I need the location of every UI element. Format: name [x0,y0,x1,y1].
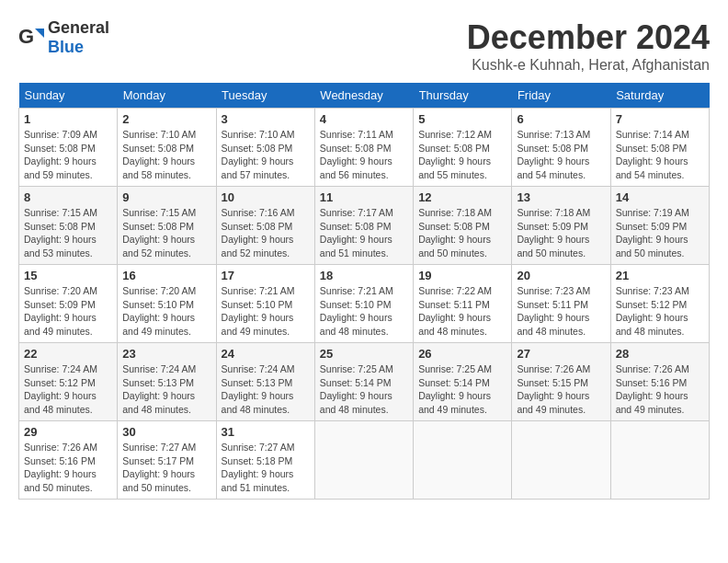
day-info: Sunrise: 7:21 AMSunset: 5:10 PMDaylight:… [320,284,408,339]
day-info: Sunrise: 7:26 AMSunset: 5:16 PMDaylight:… [24,441,112,495]
logo-general-text: General [48,18,109,37]
week-row-1: 1Sunrise: 7:09 AMSunset: 5:08 PMDaylight… [19,109,710,187]
day-number: 18 [320,269,408,282]
day-info: Sunrise: 7:27 AMSunset: 5:17 PMDaylight:… [122,441,210,495]
calendar-cell: 12Sunrise: 7:18 AMSunset: 5:08 PMDayligh… [414,187,512,265]
calendar-cell: 8Sunrise: 7:15 AMSunset: 5:08 PMDaylight… [19,187,118,265]
day-info: Sunrise: 7:25 AMSunset: 5:14 PMDaylight:… [418,362,506,417]
day-header-monday: Monday [118,83,216,109]
day-info: Sunrise: 7:09 AMSunset: 5:08 PMDaylight:… [24,128,112,182]
calendar-cell: 26Sunrise: 7:25 AMSunset: 5:14 PMDayligh… [414,343,512,421]
day-info: Sunrise: 7:18 AMSunset: 5:08 PMDaylight:… [418,206,506,260]
day-number: 8 [24,190,112,204]
calendar-cell: 30Sunrise: 7:27 AMSunset: 5:17 PMDayligh… [118,421,216,500]
day-number: 15 [24,269,112,282]
day-number: 17 [222,269,310,282]
calendar-cell: 16Sunrise: 7:20 AMSunset: 5:10 PMDayligh… [118,265,216,343]
calendar-cell: 1Sunrise: 7:09 AMSunset: 5:08 PMDaylight… [19,109,118,187]
day-info: Sunrise: 7:15 AMSunset: 5:08 PMDaylight:… [24,206,112,260]
logo: G General Blue [18,18,109,57]
day-header-wednesday: Wednesday [314,83,413,109]
day-number: 1 [24,112,112,126]
day-number: 22 [24,347,112,361]
day-number: 20 [517,269,605,282]
day-info: Sunrise: 7:13 AMSunset: 5:08 PMDaylight:… [517,128,605,182]
calendar-cell: 21Sunrise: 7:23 AMSunset: 5:12 PMDayligh… [610,265,709,343]
week-row-3: 15Sunrise: 7:20 AMSunset: 5:09 PMDayligh… [19,265,710,343]
title-section: December 2024 Kushk-e Kuhnah, Herat, Afg… [467,18,710,74]
calendar-cell: 13Sunrise: 7:18 AMSunset: 5:09 PMDayligh… [512,187,610,265]
svg-marker-1 [35,29,44,38]
calendar-cell: 14Sunrise: 7:19 AMSunset: 5:09 PMDayligh… [610,187,709,265]
svg-text:G: G [18,25,34,48]
day-number: 10 [222,190,310,204]
day-info: Sunrise: 7:26 AMSunset: 5:16 PMDaylight:… [616,362,704,417]
day-info: Sunrise: 7:24 AMSunset: 5:12 PMDaylight:… [24,362,112,417]
day-info: Sunrise: 7:12 AMSunset: 5:08 PMDaylight:… [418,128,506,182]
header: G General Blue December 2024 Kushk-e Kuh… [18,18,710,74]
day-number: 27 [517,347,605,361]
calendar-cell: 15Sunrise: 7:20 AMSunset: 5:09 PMDayligh… [19,265,118,343]
day-number: 31 [222,425,310,439]
logo-icon: G [18,25,44,51]
day-header-saturday: Saturday [610,83,709,109]
day-info: Sunrise: 7:10 AMSunset: 5:08 PMDaylight:… [222,128,310,182]
calendar-cell: 5Sunrise: 7:12 AMSunset: 5:08 PMDaylight… [414,109,512,187]
calendar-cell [314,421,413,500]
day-header-friday: Friday [512,83,610,109]
day-info: Sunrise: 7:15 AMSunset: 5:08 PMDaylight:… [122,206,210,260]
week-row-4: 22Sunrise: 7:24 AMSunset: 5:12 PMDayligh… [19,343,710,421]
day-info: Sunrise: 7:17 AMSunset: 5:08 PMDaylight:… [320,206,408,260]
calendar-cell: 25Sunrise: 7:25 AMSunset: 5:14 PMDayligh… [314,343,413,421]
day-info: Sunrise: 7:21 AMSunset: 5:10 PMDaylight:… [222,284,310,339]
day-header-sunday: Sunday [19,83,118,109]
day-number: 4 [320,112,408,126]
day-info: Sunrise: 7:18 AMSunset: 5:09 PMDaylight:… [517,206,605,260]
calendar-cell: 6Sunrise: 7:13 AMSunset: 5:08 PMDaylight… [512,109,610,187]
day-number: 6 [517,112,605,126]
calendar-cell [610,421,709,500]
calendar-cell [414,421,512,500]
calendar-cell: 7Sunrise: 7:14 AMSunset: 5:08 PMDaylight… [610,109,709,187]
day-number: 25 [320,347,408,361]
day-info: Sunrise: 7:19 AMSunset: 5:09 PMDaylight:… [616,206,704,260]
day-info: Sunrise: 7:20 AMSunset: 5:09 PMDaylight:… [24,284,112,339]
calendar-cell: 9Sunrise: 7:15 AMSunset: 5:08 PMDaylight… [118,187,216,265]
calendar-cell: 2Sunrise: 7:10 AMSunset: 5:08 PMDaylight… [118,109,216,187]
day-header-tuesday: Tuesday [216,83,314,109]
day-info: Sunrise: 7:27 AMSunset: 5:18 PMDaylight:… [222,441,310,495]
calendar-cell: 31Sunrise: 7:27 AMSunset: 5:18 PMDayligh… [216,421,314,500]
day-number: 21 [616,269,704,282]
day-info: Sunrise: 7:10 AMSunset: 5:08 PMDaylight:… [122,128,210,182]
week-row-5: 29Sunrise: 7:26 AMSunset: 5:16 PMDayligh… [19,421,710,500]
calendar-cell: 18Sunrise: 7:21 AMSunset: 5:10 PMDayligh… [314,265,413,343]
calendar-cell: 22Sunrise: 7:24 AMSunset: 5:12 PMDayligh… [19,343,118,421]
day-number: 19 [418,269,506,282]
week-row-2: 8Sunrise: 7:15 AMSunset: 5:08 PMDaylight… [19,187,710,265]
calendar-cell: 27Sunrise: 7:26 AMSunset: 5:15 PMDayligh… [512,343,610,421]
calendar-table: SundayMondayTuesdayWednesdayThursdayFrid… [18,83,710,500]
day-number: 28 [616,347,704,361]
calendar-cell: 3Sunrise: 7:10 AMSunset: 5:08 PMDaylight… [216,109,314,187]
day-info: Sunrise: 7:24 AMSunset: 5:13 PMDaylight:… [122,362,210,417]
day-info: Sunrise: 7:14 AMSunset: 5:08 PMDaylight:… [616,128,704,182]
month-title: December 2024 [467,18,710,57]
day-info: Sunrise: 7:23 AMSunset: 5:11 PMDaylight:… [517,284,605,339]
day-number: 13 [517,190,605,204]
day-info: Sunrise: 7:24 AMSunset: 5:13 PMDaylight:… [222,362,310,417]
day-number: 7 [616,112,704,126]
calendar-cell: 24Sunrise: 7:24 AMSunset: 5:13 PMDayligh… [216,343,314,421]
calendar-cell [512,421,610,500]
location-title: Kushk-e Kuhnah, Herat, Afghanistan [467,57,710,74]
day-number: 26 [418,347,506,361]
days-header-row: SundayMondayTuesdayWednesdayThursdayFrid… [19,83,710,109]
day-number: 11 [320,190,408,204]
calendar-cell: 11Sunrise: 7:17 AMSunset: 5:08 PMDayligh… [314,187,413,265]
day-number: 3 [222,112,310,126]
day-info: Sunrise: 7:11 AMSunset: 5:08 PMDaylight:… [320,128,408,182]
logo-blue-text: Blue [48,38,84,56]
day-number: 2 [122,112,210,126]
calendar-cell: 19Sunrise: 7:22 AMSunset: 5:11 PMDayligh… [414,265,512,343]
day-number: 12 [418,190,506,204]
day-number: 9 [122,190,210,204]
